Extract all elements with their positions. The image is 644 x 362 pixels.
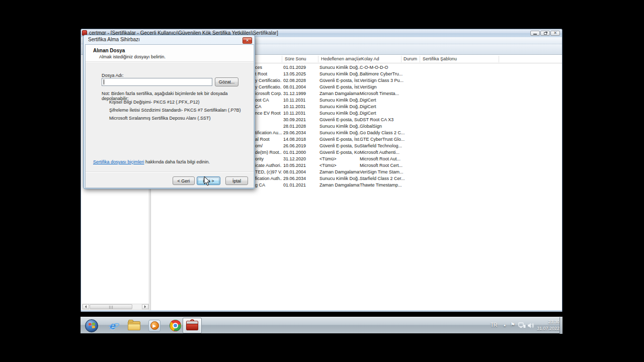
- file-name-input[interactable]: [102, 78, 212, 86]
- taskbar-item-internet-explorer[interactable]: e: [104, 319, 122, 332]
- expiry-cell: 26.06.2019: [283, 143, 317, 148]
- file-name-label: Dosya Adı:: [102, 73, 124, 78]
- purpose-cell: Sunucu Kimlik Doğ...: [319, 176, 360, 181]
- taskbar-item-explorer[interactable]: [125, 319, 143, 332]
- expiry-cell: 29.06.2034: [283, 176, 317, 181]
- wizard-subheading: Almak istediğiniz dosyayı belirtin.: [99, 54, 166, 59]
- text-caret: [104, 79, 104, 84]
- purpose-cell: Sunucu Kimlik Doğ...: [319, 104, 360, 109]
- taskbar-item-media-player[interactable]: ▶: [145, 319, 164, 332]
- scroll-right-icon: [144, 305, 147, 308]
- format-item: Microsoft Sıralanmış Sertifika Deposu Al…: [109, 116, 211, 121]
- scroll-left-icon: [84, 305, 87, 308]
- format-item: Şifreleme İletisi Sözdizimi Standardı- P…: [109, 108, 241, 113]
- certmgr-toolbox-icon: [186, 321, 198, 330]
- friendly-name-cell: GlobalSign: [360, 124, 410, 129]
- column-header-expiry[interactable]: Süre Sonu: [285, 56, 306, 61]
- purpose-cell: Güvenli E-posta, Ko...: [319, 150, 360, 155]
- expiry-cell: 10.11.2031: [283, 98, 317, 103]
- media-player-icon: ▶: [148, 320, 160, 332]
- dialog-body: Alınan Dosya Almak istediğiniz dosyayı b…: [85, 44, 254, 188]
- action-center-flag-icon[interactable]: ⚑: [510, 321, 515, 328]
- expiry-cell: 13.05.2025: [283, 71, 317, 76]
- certificate-import-wizard-dialog: Sertifika Alma Sihirbazı ✕ Alınan Dosya …: [83, 35, 255, 189]
- column-header-status[interactable]: Durum: [404, 56, 417, 61]
- taskbar: e ▶ TR ▴ ⚑ 23:30 31.07.2022: [80, 317, 562, 333]
- column-header-friendly[interactable]: Kolay Ad: [361, 56, 379, 61]
- scroll-right-button[interactable]: [142, 304, 148, 309]
- start-button[interactable]: [83, 319, 101, 332]
- more-info-line: Sertifika dosyası biçimleri hakkında dah…: [93, 159, 210, 164]
- friendly-name-cell: C-O-M-O-D-O: [360, 65, 410, 70]
- friendly-name-cell: Baltimore CyberTru...: [360, 71, 410, 76]
- expiry-cell: 10.11.2031: [283, 111, 317, 116]
- purpose-cell: Zaman Damgalaması: [319, 91, 360, 96]
- friendly-name-cell: Starfield Technolog...: [360, 143, 410, 148]
- friendly-name-cell: Starfield Class 2 Cer...: [360, 176, 410, 181]
- friendly-name-cell: DigiCert: [360, 98, 410, 103]
- purpose-cell: Güvenli E-posta, Su...: [319, 117, 360, 122]
- purpose-cell: <Tümü>: [319, 163, 360, 168]
- friendly-name-cell: DigiCert: [360, 104, 410, 109]
- wizard-header: Alınan Dosya Almak istediğiniz dosyayı b…: [86, 45, 254, 61]
- browse-button[interactable]: Gözat...: [215, 77, 238, 86]
- window-bottom-border: [81, 310, 562, 312]
- restore-icon: [544, 32, 547, 35]
- scroll-left-button[interactable]: [83, 304, 89, 309]
- expiry-cell: 01.01.2029: [283, 65, 317, 70]
- expiry-cell: 08.01.2004: [283, 84, 317, 89]
- file-formats-link[interactable]: Sertifika dosyası biçimleri: [93, 159, 144, 164]
- friendly-name-cell: DST Root CA X3: [360, 117, 410, 122]
- friendly-name-cell: Microsoft Root Aut...: [360, 156, 410, 161]
- folder-icon: [128, 321, 140, 330]
- horizontal-scrollbar[interactable]: [82, 304, 149, 310]
- show-hidden-icons-icon[interactable]: ▴: [504, 323, 506, 327]
- expiry-cell: 29.06.2034: [283, 130, 317, 135]
- purpose-cell: Sunucu Kimlik Doğ...: [319, 124, 360, 129]
- separator: [86, 171, 254, 172]
- purpose-cell: Sunucu Kimlik Doğ...: [319, 71, 360, 76]
- expiry-cell: 02.08.2028: [283, 78, 317, 83]
- language-indicator[interactable]: TR: [491, 322, 497, 328]
- purpose-cell: Sunucu Kimlik Doğ...: [319, 111, 360, 116]
- windows-logo-icon: [85, 319, 98, 332]
- taskbar-item-chrome[interactable]: [166, 319, 184, 332]
- chrome-icon: [170, 320, 181, 331]
- column-header-purpose[interactable]: Hedeflenen amaçlar: [321, 56, 362, 61]
- dialog-close-button[interactable]: ✕: [243, 37, 252, 44]
- purpose-cell: Zaman Damgalaması: [319, 169, 360, 174]
- friendly-name-cell: VeriSign Class 3 Pu...: [360, 78, 410, 83]
- network-icon[interactable]: [518, 322, 526, 331]
- taskbar-item-certmgr-active[interactable]: [183, 318, 202, 333]
- purpose-cell: Sunucu Kimlik Doğ...: [319, 98, 360, 103]
- cancel-button[interactable]: İptal: [225, 176, 248, 185]
- close-icon: ✕: [553, 31, 557, 35]
- expiry-cell: 28.01.2028: [283, 124, 317, 129]
- restore-button[interactable]: [540, 31, 550, 36]
- back-button[interactable]: < Geri: [173, 176, 195, 185]
- purpose-cell: Sunucu Kimlik Doğ...: [319, 130, 360, 135]
- expiry-cell: 01.01.2021: [283, 183, 317, 188]
- expiry-cell: 10.11.2031: [283, 104, 317, 109]
- friendly-name-cell: Microsoft Timesta...: [360, 91, 410, 96]
- column-header-template[interactable]: Sertifika Şablonu: [423, 56, 457, 61]
- minimize-button[interactable]: [530, 31, 540, 36]
- friendly-name-cell: GTE CyberTrust Glo...: [360, 137, 410, 142]
- dialog-title: Sertifika Alma Sihirbazı: [88, 37, 140, 42]
- friendly-name-cell: Thawte Timestamp...: [360, 183, 410, 188]
- expiry-cell: 30.09.2021: [283, 117, 317, 122]
- show-desktop-button[interactable]: [559, 317, 562, 334]
- close-window-button[interactable]: ✕: [550, 31, 560, 36]
- wizard-heading: Alınan Dosya: [93, 48, 125, 53]
- friendly-name-cell: DigiCert: [360, 111, 410, 116]
- close-icon: ✕: [246, 39, 249, 43]
- separator: [86, 61, 254, 62]
- friendly-name-cell: Go Daddy Class 2 C...: [360, 130, 410, 135]
- scrollbar-grip: [109, 306, 113, 309]
- clock[interactable]: 23:30 31.07.2022: [533, 319, 559, 332]
- more-info-suffix: hakkında daha fazla bilgi edinin.: [144, 159, 210, 164]
- scrollbar-thumb[interactable]: [90, 304, 132, 309]
- friendly-name-cell: VeriSign Time Stam...: [360, 169, 410, 174]
- mouse-cursor: [204, 176, 212, 187]
- friendly-name-cell: VeriSign: [360, 84, 410, 89]
